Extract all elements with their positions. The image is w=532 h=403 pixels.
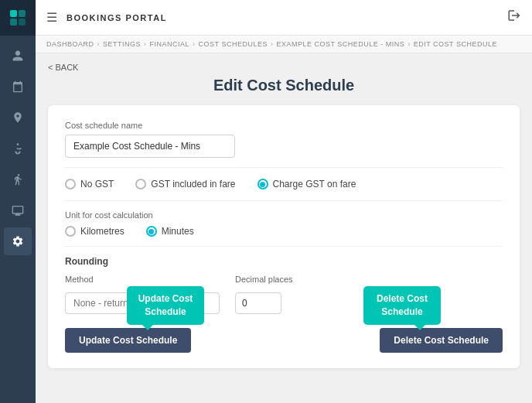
sidebar-item-people[interactable] (4, 42, 32, 70)
sidebar-item-calendar[interactable] (4, 73, 32, 101)
buttons-area: Update Cost Schedule Update Cost Schedul… (65, 328, 503, 353)
gst-none-radio[interactable] (65, 179, 76, 190)
unit-mins-radio[interactable] (146, 226, 157, 237)
breadcrumb-cost-schedules: COST SCHEDULES (199, 40, 268, 48)
decimal-label: Decimal places (235, 275, 293, 284)
back-button[interactable]: < BACK (48, 63, 520, 72)
app-title: BOOKINGS PORTAL (66, 13, 498, 22)
unit-option-km[interactable]: Kilometres (65, 226, 124, 237)
page-title-area: Edit Cost Schedule (48, 77, 520, 94)
svg-rect-0 (10, 10, 17, 17)
breadcrumb-financial: FINANCIAL (150, 40, 190, 48)
method-label: Method (65, 275, 220, 284)
content: < BACK Edit Cost Schedule Cost schedule … (36, 53, 532, 403)
menu-icon[interactable]: ☰ (46, 10, 57, 25)
decimal-input[interactable] (235, 292, 281, 314)
svg-point-4 (17, 143, 19, 145)
method-input[interactable] (65, 292, 220, 314)
unit-km-radio[interactable] (65, 226, 76, 237)
name-field-group: Cost schedule name (65, 121, 503, 158)
gst-option-none[interactable]: No GST (65, 179, 114, 190)
delete-button[interactable]: Delete Cost Schedule (380, 328, 503, 353)
svg-rect-3 (19, 19, 26, 26)
sidebar-item-location[interactable] (4, 104, 32, 131)
unit-radio-group: Kilometres Minutes (65, 226, 503, 237)
main-area: ☰ BOOKINGS PORTAL DASHBOARD › SETTINGS ›… (36, 0, 532, 403)
gst-none-label: No GST (80, 179, 114, 190)
rounding-row: Method Decimal places (65, 275, 503, 314)
breadcrumb-dashboard: DASHBOARD (46, 40, 94, 48)
logo (0, 0, 36, 36)
page-title: Edit Cost Schedule (48, 77, 520, 94)
topbar: ☰ BOOKINGS PORTAL (36, 0, 532, 36)
sidebar-item-accessibility[interactable] (4, 135, 32, 162)
gst-radio-group: No GST GST included in fare Charge GST o… (65, 179, 503, 190)
unit-field-label: Unit for cost calculation (65, 210, 503, 220)
app-wrapper: ☰ BOOKINGS PORTAL DASHBOARD › SETTINGS ›… (0, 0, 532, 403)
name-field-label: Cost schedule name (65, 121, 503, 130)
back-label: < BACK (48, 63, 78, 72)
unit-field-group: Unit for cost calculation Kilometres Min… (65, 210, 503, 237)
svg-rect-1 (19, 10, 26, 17)
gst-option-charge[interactable]: Charge GST on fare (257, 179, 356, 190)
unit-option-mins[interactable]: Minutes (146, 226, 194, 237)
gst-option-included[interactable]: GST included in fare (135, 179, 235, 190)
breadcrumb-edit: EDIT COST SCHEDULE (414, 40, 497, 48)
gst-charge-radio[interactable] (257, 179, 268, 190)
sidebar-nav (0, 42, 36, 255)
breadcrumb-example: EXAMPLE COST SCHEDULE - MINS (276, 40, 404, 48)
gst-charge-label: Charge GST on fare (273, 179, 356, 190)
gst-included-radio[interactable] (135, 179, 146, 190)
name-input[interactable] (65, 135, 235, 158)
unit-km-label: Kilometres (80, 226, 124, 237)
rounding-label: Rounding (65, 256, 503, 267)
logout-icon[interactable] (507, 9, 521, 26)
decimal-field: Decimal places (235, 275, 293, 314)
method-field: Method (65, 275, 220, 314)
sidebar (0, 0, 36, 403)
gst-included-label: GST included in fare (151, 179, 235, 190)
update-button[interactable]: Update Cost Schedule (65, 328, 191, 353)
sidebar-item-run[interactable] (4, 166, 32, 193)
unit-mins-label: Minutes (162, 226, 194, 237)
breadcrumb: DASHBOARD › SETTINGS › FINANCIAL › COST … (36, 36, 532, 53)
form-card: Cost schedule name No GST GST included i… (48, 105, 520, 368)
rounding-section: Rounding Method Decimal places (65, 256, 503, 314)
svg-rect-2 (10, 19, 17, 26)
breadcrumb-settings: SETTINGS (103, 40, 141, 48)
sidebar-item-display[interactable] (4, 196, 32, 224)
sidebar-item-settings[interactable] (4, 227, 32, 255)
